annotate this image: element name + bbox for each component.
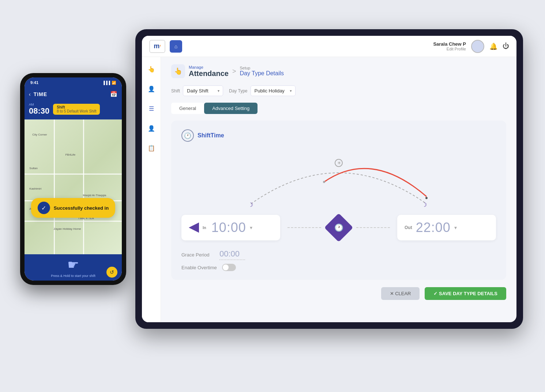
fingerprint-icon[interactable]: ☛ (67, 257, 79, 273)
breadcrumb-separator: > (232, 68, 236, 75)
time-row: In 10:00 ▾ 🕐 Out 22:00 ▾ (181, 215, 496, 240)
breadcrumb-section: Attendance (189, 69, 229, 78)
dot-line-left (287, 227, 321, 228)
tab-general[interactable]: General (171, 103, 204, 114)
breadcrumb-detail: Day Type Details (240, 70, 284, 77)
clock-icon: 🕐 (181, 129, 194, 142)
time-diamond: 🕐 (324, 213, 353, 242)
out-label: Out (405, 225, 412, 230)
back-button[interactable]: ‹ (29, 91, 31, 97)
grace-value[interactable]: 00:00 (219, 249, 245, 260)
grace-label: Grace Period (181, 252, 214, 258)
day-type-filter-group: Day Type Public Holiday (229, 85, 295, 96)
shift-info-bar: AM 08:30 Shift 8 to 5 Default Work Shift (25, 100, 122, 119)
main-content: 👆 Manage Attendance > Setup Day Type Det… (161, 57, 516, 322)
user-role[interactable]: Edit Profile (433, 47, 466, 51)
phone-title: TIME (34, 91, 47, 97)
map-label-city-corner: City Corner (32, 133, 47, 136)
time-out-box: Out 22:00 ▾ (397, 215, 496, 240)
save-button[interactable]: ✓ SAVE DAY TYPE DETAILS (425, 287, 506, 300)
breadcrumb-manage: Manage (189, 65, 229, 69)
clear-button[interactable]: ✕ CLEAR (381, 287, 420, 300)
diamond-clock-icon: 🕐 (334, 223, 343, 232)
phone-status-icons: ▐▐▐ 📶 (102, 81, 116, 85)
map-area: City Corner FB4Life Sultan Kashimiri Mas… (25, 119, 122, 254)
shift-badge-name: Shift (57, 105, 96, 109)
sidebar-icon-user[interactable]: 👤 (145, 122, 158, 134)
app-logo: m² (149, 40, 165, 53)
map-road-h1 (25, 174, 122, 175)
phone-time: 9:41 (30, 80, 38, 85)
hold-text: Press & Hold to start your shift (51, 274, 95, 278)
phone-time-large: 08:30 (29, 106, 49, 116)
overtime-toggle[interactable] (222, 264, 236, 271)
out-time-value: 22:00 (416, 220, 451, 235)
shift-badge-hours: 8 to 5 Default Work Shift (57, 109, 96, 113)
logout-icon[interactable]: ⏻ (503, 42, 509, 50)
svg-text:☽: ☽ (248, 202, 253, 208)
shift-select-wrapper[interactable]: Daily Shift (183, 85, 223, 96)
shift-filter-group: Shift Daily Shift (171, 85, 223, 96)
avatar (471, 40, 484, 53)
phone-header: ‹ TIME 📅 (25, 88, 122, 100)
signal-icon: ▐▐▐ (102, 81, 110, 85)
success-message: Successfully checked in (54, 205, 109, 211)
map-label-kashmir: Kashimiri (29, 187, 41, 190)
sidebar-icon-list[interactable]: ☰ (145, 102, 158, 115)
phone-calendar-icon[interactable]: 📅 (110, 91, 117, 98)
success-toast: ✓ Successfully checked in (31, 198, 115, 218)
shift-card: 🕐 ShiftTime ☀ (171, 121, 506, 280)
breadcrumb: 👆 Manage Attendance > Setup Day Type Det… (171, 64, 506, 78)
success-check-icon: ✓ (38, 202, 50, 214)
action-row: ✕ CLEAR ✓ SAVE DAY TYPE DETAILS (171, 287, 506, 300)
map-label-masjid: Masjid Al-Thaqqia (83, 194, 106, 197)
arc-area: ☀ ☽ ☽ (181, 153, 496, 211)
map-label-sultan: Sultan (29, 167, 38, 170)
phone-screen: 9:41 ▐▐▐ 📶 ‹ TIME 📅 AM 08:30 Shift 8 to … (25, 77, 122, 281)
shift-badge: Shift 8 to 5 Default Work Shift (53, 104, 100, 115)
in-time-chevron[interactable]: ▾ (250, 225, 252, 231)
map-background: City Corner FB4Life Sultan Kashimiri Mas… (25, 119, 122, 254)
shift-select[interactable]: Daily Shift (183, 85, 223, 96)
sidebar-icon-person[interactable]: 👤 (145, 83, 158, 95)
user-info: Sarala Chew P Edit Profile (433, 41, 466, 51)
sidebar-icon-fingerprint[interactable]: 👆 (145, 63, 158, 75)
home-button[interactable]: ⌂ (170, 40, 182, 53)
svg-text:☽: ☽ (422, 202, 427, 208)
sidebar: 👆 👤 ☰ 👤 📋 (142, 57, 161, 322)
shift-card-title: ShiftTime (198, 132, 224, 139)
header-left: m² ⌂ (149, 40, 182, 53)
sidebar-icon-clipboard[interactable]: 📋 (145, 142, 158, 154)
bell-icon[interactable]: 🔔 (489, 42, 497, 50)
phone-status-bar: 9:41 ▐▐▐ 📶 (25, 77, 122, 88)
svg-point-4 (323, 181, 325, 183)
user-name: Sarala Chew P (433, 41, 466, 47)
arc-svg: ☀ ☽ ☽ (181, 153, 496, 211)
day-type-select-wrapper[interactable]: Public Holiday (251, 85, 296, 96)
refresh-button[interactable]: ↺ (106, 267, 117, 278)
map-label-fb4life: FB4Life (65, 153, 76, 156)
phone-header-left: ‹ TIME (29, 91, 47, 97)
tablet-header: m² ⌂ Sarala Chew P Edit Profile 🔔 ⏻ (142, 36, 516, 57)
phone-device: 9:41 ▐▐▐ 📶 ‹ TIME 📅 AM 08:30 Shift 8 to … (20, 73, 126, 285)
in-label: In (203, 225, 206, 230)
in-time-value: 10:00 (211, 220, 246, 235)
phone-bottom-bar: ☛ ↺ Press & Hold to start your shift (25, 254, 122, 281)
tab-advanced[interactable]: Advanced Setting (204, 103, 258, 114)
breadcrumb-sub: Setup Day Type Details (240, 66, 284, 77)
map-road-v2 (83, 119, 84, 254)
out-time-chevron[interactable]: ▾ (454, 225, 457, 231)
tabs-row: General Advanced Setting (171, 103, 506, 114)
day-type-select[interactable]: Public Holiday (251, 85, 296, 96)
overtime-label: Enable Overtime (181, 265, 217, 270)
logo-sup: ² (159, 44, 161, 48)
time-in-box: In 10:00 ▾ (181, 215, 280, 240)
filter-row: Shift Daily Shift Day Type Public Holida… (171, 85, 506, 96)
tablet-device: m² ⌂ Sarala Chew P Edit Profile 🔔 ⏻ 👆 👤 … (135, 29, 523, 329)
map-road-h3 (25, 221, 122, 222)
breadcrumb-setup: Setup (240, 66, 284, 70)
tablet-screen: m² ⌂ Sarala Chew P Edit Profile 🔔 ⏻ 👆 👤 … (142, 36, 516, 322)
breadcrumb-text: Manage Attendance (189, 65, 229, 78)
wifi-icon: 📶 (112, 81, 116, 85)
map-road-v1 (54, 119, 55, 254)
